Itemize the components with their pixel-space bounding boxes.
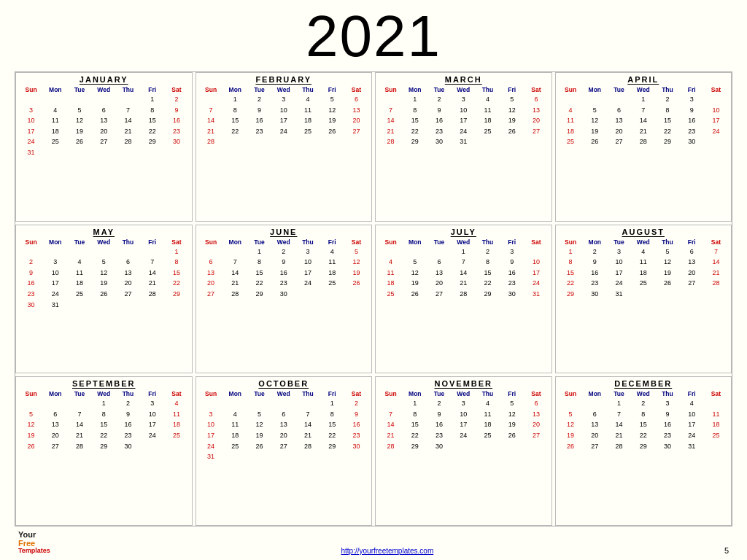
day-header-wed: Wed bbox=[452, 238, 476, 246]
day-header-mon: Mon bbox=[583, 389, 607, 398]
day-cell: 26 bbox=[320, 126, 344, 137]
day-headers-row: SunMonTueWedThuFriSat bbox=[19, 389, 189, 398]
day-header-wed: Wed bbox=[92, 85, 116, 94]
day-cell: 24 bbox=[524, 278, 548, 289]
day-cell: 2 bbox=[344, 398, 368, 409]
day-cell: 23 bbox=[247, 126, 271, 137]
day-cell: 27 bbox=[199, 289, 223, 300]
day-cell: 18 bbox=[704, 419, 728, 430]
day-header-fri: Fri bbox=[140, 238, 164, 246]
day-cell bbox=[344, 289, 368, 300]
day-cell: 5 bbox=[655, 246, 679, 257]
day-header-tue: Tue bbox=[67, 389, 91, 398]
day-cell: 25 bbox=[164, 430, 188, 441]
day-cell: 21 bbox=[607, 430, 631, 441]
day-cell: 1 bbox=[247, 246, 271, 257]
day-cell: 23 bbox=[427, 126, 451, 137]
day-header-thu: Thu bbox=[655, 389, 679, 398]
day-cell: 14 bbox=[67, 419, 91, 430]
day-cell: 20 bbox=[199, 278, 223, 289]
day-cell: 26 bbox=[344, 278, 368, 289]
day-cell: 19 bbox=[559, 430, 583, 441]
day-cell: 23 bbox=[500, 278, 524, 289]
day-cell: 28 bbox=[379, 441, 403, 452]
day-cell: 28 bbox=[223, 289, 247, 300]
day-header-fri: Fri bbox=[680, 238, 704, 246]
footer: Your Free Templates http://yourfreetempl… bbox=[15, 528, 732, 556]
month-block-december: DECEMBERSunMonTueWedThuFriSat12345678910… bbox=[555, 376, 732, 526]
day-cell bbox=[583, 398, 607, 409]
day-cell: 19 bbox=[247, 430, 271, 441]
day-cell bbox=[247, 136, 271, 147]
day-header-thu: Thu bbox=[116, 389, 140, 398]
day-cell: 30 bbox=[655, 441, 679, 452]
day-cell: 2 bbox=[427, 94, 451, 105]
days-grid: 1234567891011121314151617181920212223242… bbox=[199, 398, 369, 462]
day-cell: 7 bbox=[379, 409, 403, 420]
day-cell bbox=[92, 246, 116, 257]
month-block-march: MARCHSunMonTueWedThuFriSat12345678910111… bbox=[375, 72, 552, 222]
day-cell: 7 bbox=[607, 409, 631, 420]
day-cell: 29 bbox=[403, 136, 427, 147]
day-cell: 20 bbox=[116, 278, 140, 289]
day-header-sat: Sat bbox=[164, 389, 188, 398]
day-cell: 25 bbox=[476, 430, 500, 441]
day-cell bbox=[43, 398, 67, 409]
day-cell: 23 bbox=[164, 126, 188, 137]
day-cell: 22 bbox=[476, 278, 500, 289]
day-cell: 10 bbox=[199, 419, 223, 430]
day-cell: 19 bbox=[344, 268, 368, 279]
day-cell: 22 bbox=[140, 126, 164, 137]
day-cell: 5 bbox=[403, 257, 427, 268]
day-header-mon: Mon bbox=[403, 389, 427, 398]
day-cell: 13 bbox=[524, 105, 548, 116]
day-headers-row: SunMonTueWedThuFriSat bbox=[559, 389, 729, 398]
day-cell: 16 bbox=[427, 115, 451, 126]
day-cell: 25 bbox=[223, 441, 247, 452]
day-cell: 8 bbox=[247, 257, 271, 268]
day-cell: 16 bbox=[344, 419, 368, 430]
day-cell: 31 bbox=[43, 300, 67, 311]
day-cell: 20 bbox=[344, 115, 368, 126]
day-cell: 7 bbox=[67, 409, 91, 420]
day-cell: 29 bbox=[320, 441, 344, 452]
day-cell: 9 bbox=[655, 409, 679, 420]
day-header-thu: Thu bbox=[295, 238, 320, 246]
day-header-sun: Sun bbox=[379, 389, 403, 398]
day-cell: 12 bbox=[247, 419, 271, 430]
day-cell: 4 bbox=[476, 94, 500, 105]
day-cell: 26 bbox=[655, 278, 679, 289]
month-block-october: OCTOBERSunMonTueWedThuFriSat123456789101… bbox=[196, 376, 373, 526]
day-cell bbox=[655, 289, 679, 300]
day-cell: 29 bbox=[92, 441, 116, 452]
day-cell bbox=[67, 94, 91, 105]
day-cell bbox=[223, 451, 247, 462]
day-cell: 6 bbox=[271, 409, 295, 420]
day-cell: 17 bbox=[452, 419, 476, 430]
day-cell: 9 bbox=[164, 105, 188, 116]
day-cell: 25 bbox=[476, 126, 500, 137]
day-cell: 12 bbox=[67, 115, 91, 126]
month-block-april: APRILSunMonTueWedThuFriSat12345678910111… bbox=[555, 72, 732, 222]
day-cell: 14 bbox=[140, 268, 164, 279]
day-cell: 11 bbox=[320, 257, 344, 268]
day-cell: 10 bbox=[295, 257, 320, 268]
day-cell: 2 bbox=[631, 398, 655, 409]
day-cell: 14 bbox=[452, 268, 476, 279]
day-cell: 31 bbox=[19, 147, 43, 158]
day-cell: 11 bbox=[704, 409, 728, 420]
day-header-thu: Thu bbox=[476, 238, 500, 246]
day-cell: 5 bbox=[500, 94, 524, 105]
day-headers-row: SunMonTueWedThuFriSat bbox=[379, 238, 549, 246]
day-cell bbox=[199, 94, 223, 105]
day-header-sun: Sun bbox=[19, 389, 43, 398]
day-header-mon: Mon bbox=[583, 85, 607, 94]
day-cell: 10 bbox=[271, 105, 295, 116]
footer-url[interactable]: http://yourfreetemplates.com bbox=[341, 547, 434, 555]
day-cell bbox=[680, 289, 704, 300]
day-cell: 21 bbox=[223, 278, 247, 289]
day-headers-row: SunMonTueWedThuFriSat bbox=[559, 238, 729, 246]
day-cell: 27 bbox=[427, 289, 451, 300]
day-cell: 13 bbox=[427, 268, 451, 279]
day-cell bbox=[116, 147, 140, 158]
